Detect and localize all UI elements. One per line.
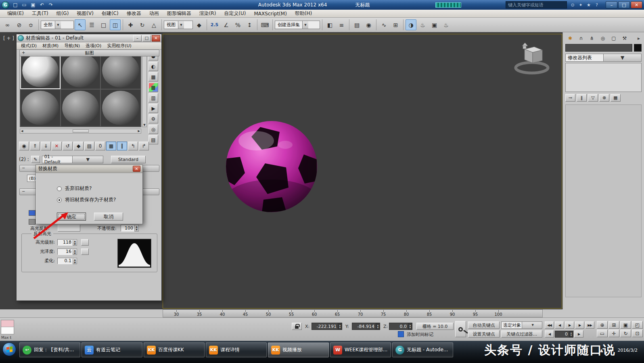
specular-color-swatch[interactable] — [58, 225, 80, 232]
menu-help[interactable]: 帮助(H) — [291, 10, 316, 17]
sample-slot-3[interactable] — [100, 52, 141, 89]
material-id-channel-icon[interactable]: 0 — [95, 142, 105, 150]
snaps-toggle-icon[interactable]: 2.5 — [209, 19, 220, 30]
angle-snap-icon[interactable]: ∠ — [221, 19, 232, 30]
schematic-view-icon[interactable]: ⊞ — [390, 19, 401, 30]
named-selection-sets-dropdown[interactable]: 创建选择集 ▼ — [275, 21, 320, 29]
material-navigator-icon[interactable]: ▤ — [148, 135, 158, 144]
pick-material-eyedropper-icon[interactable]: ✎ — [31, 156, 40, 163]
sample-slot-6[interactable] — [100, 89, 141, 127]
select-and-rotate-icon[interactable]: ↻ — [137, 19, 148, 30]
selection-set-dropdown[interactable]: 选定对象 ▼ — [501, 321, 542, 329]
redo-icon[interactable]: ↷ — [46, 1, 55, 9]
render-production-icon[interactable]: ♨ — [441, 19, 452, 30]
show-end-result-icon[interactable]: ‖ — [577, 94, 587, 102]
video-color-check-icon[interactable]: ▥ — [148, 93, 158, 102]
discard-old-material-radio[interactable] — [57, 186, 62, 191]
pan-icon[interactable]: ✛ — [608, 330, 619, 337]
viewcube[interactable] — [511, 41, 551, 78]
key-step-forward-icon[interactable]: ▶ — [574, 330, 583, 338]
maximize-viewport-icon[interactable]: ⊡ — [632, 330, 643, 337]
subscription-key-icon[interactable]: ✦ — [577, 1, 585, 8]
show-map-in-viewport-icon[interactable]: ▦ — [106, 142, 116, 150]
tray-date[interactable]: 2016/3/2 — [618, 348, 638, 353]
align-icon[interactable]: ≡ — [336, 19, 347, 30]
dialog-titlebar[interactable]: 替换材质 ✕ — [36, 165, 142, 173]
select-by-name-icon[interactable]: ☰ — [86, 19, 97, 30]
orbit-icon[interactable]: ↻ — [620, 330, 631, 337]
sample-slot-4[interactable] — [20, 89, 61, 127]
menu-group[interactable]: 组(G) — [52, 10, 73, 17]
select-object-icon[interactable]: ↖ — [75, 19, 86, 30]
menu-maxscript[interactable]: MAXScript(M) — [250, 10, 291, 17]
selection-filter-dropdown[interactable]: 全部 ▼ — [41, 21, 74, 29]
minimize-button[interactable]: – — [606, 1, 617, 8]
maximize-button[interactable]: □ — [618, 1, 630, 8]
menu-views[interactable]: 视图(V) — [73, 10, 98, 17]
hierarchy-tab-icon[interactable]: ⋔ — [587, 34, 597, 42]
time-tag-icon[interactable] — [398, 331, 404, 337]
bind-to-space-warp-icon[interactable]: ≎ — [25, 19, 36, 30]
specular-level-map-button[interactable] — [81, 239, 89, 246]
soften-spinner[interactable]: ▲▼ — [73, 258, 77, 264]
specular-level-field[interactable]: 118 — [57, 239, 73, 246]
go-forward-icon[interactable]: ↱ — [139, 142, 149, 150]
assign-material-icon[interactable]: ⇓ — [41, 142, 51, 150]
current-frame-field[interactable]: 0▲▼ — [555, 331, 573, 338]
menu-edit[interactable]: 编辑(E) — [3, 10, 28, 17]
graphite-ribbon-icon[interactable]: ◉ — [363, 19, 374, 30]
previous-frame-icon[interactable]: ◀ — [555, 321, 564, 329]
cancel-button[interactable]: 取消 — [94, 213, 123, 221]
y-coord-field[interactable]: -84.914▲▼ — [352, 323, 380, 330]
search-icon[interactable]: ⊙ — [569, 1, 577, 8]
chevron-down-icon[interactable]: ▼ — [72, 156, 103, 163]
unlink-selection-icon[interactable]: ⊘ — [14, 19, 25, 30]
sample-slot-5[interactable] — [61, 89, 101, 127]
rectangular-selection-region-icon[interactable]: □ — [98, 19, 109, 30]
display-tab-icon[interactable]: ▢ — [609, 34, 619, 42]
add-time-tag[interactable]: 添加时间标记 — [407, 332, 433, 338]
color-swatch[interactable] — [29, 219, 36, 225]
put-to-library-icon[interactable]: ▤ — [84, 142, 94, 150]
chevron-down-icon[interactable]: ▼ — [55, 21, 61, 29]
new-scene-icon[interactable]: □ — [11, 1, 20, 9]
help-icon[interactable]: ? — [593, 1, 601, 8]
object-name-field[interactable] — [565, 44, 632, 52]
put-material-icon[interactable]: ⇑ — [30, 142, 40, 150]
use-pivot-center-icon[interactable]: ◆ — [194, 19, 205, 30]
select-by-material-icon[interactable]: ◎ — [148, 125, 158, 134]
search-input[interactable] — [506, 2, 566, 8]
select-and-scale-icon[interactable]: △ — [148, 19, 159, 30]
taskbar-item[interactable]: KK 视频播放 — [268, 342, 329, 357]
color-swatch[interactable] — [29, 210, 36, 216]
glossiness-map-button[interactable] — [81, 248, 89, 255]
maps-rollout[interactable]: + 贴图 — [19, 50, 159, 56]
make-unique-icon[interactable]: ↺ — [63, 142, 73, 150]
material-editor-icon[interactable]: ◑ — [406, 19, 416, 30]
menu-modifiers[interactable]: 修改器 — [123, 10, 145, 17]
menu-graph-editors[interactable]: 图形编辑器 — [163, 10, 195, 17]
soccer-ball-object[interactable] — [225, 120, 318, 213]
menu-navigation[interactable]: 导航(N) — [61, 43, 83, 49]
keyboard-shortcut-override-icon[interactable]: ⌨ — [259, 19, 270, 30]
close-icon[interactable]: ✕ — [133, 166, 140, 172]
menu-rendering[interactable]: 渲染(R) — [195, 10, 220, 17]
menu-utilities[interactable]: 实用程序(U) — [104, 43, 134, 49]
opacity-spinner[interactable]: ▲▼ — [134, 225, 139, 232]
sample-slot-2[interactable] — [61, 52, 101, 89]
zoom-extents-icon[interactable]: ▣ — [620, 321, 631, 329]
set-key-button[interactable]: 设置关键点 — [468, 330, 500, 338]
zoom-icon[interactable]: ⊕ — [597, 321, 608, 329]
menu-create[interactable]: 创建(C) — [98, 10, 123, 17]
go-to-parent-icon[interactable]: ↰ — [128, 142, 138, 150]
ok-button[interactable]: 确定 — [57, 213, 86, 221]
taskbar-item[interactable]: ↩ 回复：【资料/共... — [19, 342, 80, 357]
make-preview-icon[interactable]: ▶ — [148, 104, 158, 113]
options-icon[interactable]: ⚙ — [148, 114, 158, 123]
play-icon[interactable]: ▶ — [565, 321, 574, 329]
glossiness-field[interactable]: 16 — [57, 248, 73, 255]
modifier-stack-list[interactable] — [565, 63, 642, 92]
zoom-region-icon[interactable]: ▭ — [597, 330, 608, 337]
chevron-down-icon[interactable]: ▼ — [522, 322, 542, 328]
layer-manager-icon[interactable]: ▤ — [351, 19, 362, 30]
